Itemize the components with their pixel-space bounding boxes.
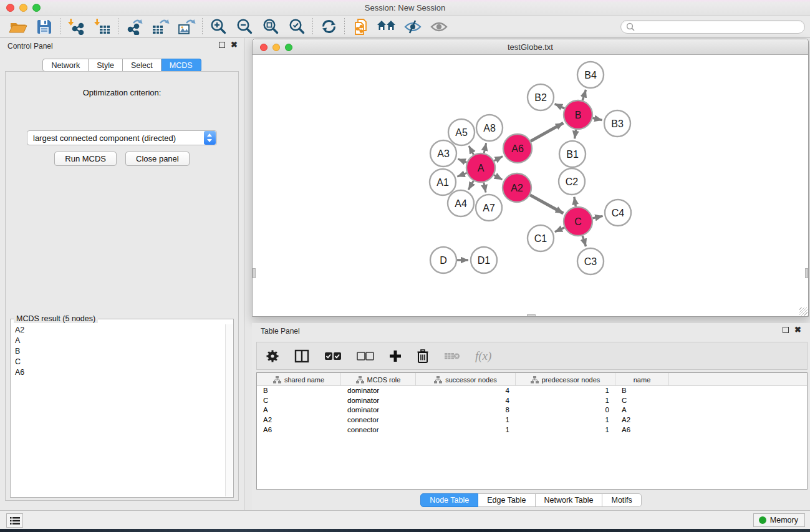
tab-motifs[interactable]: Motifs (602, 493, 641, 507)
show-columns-button[interactable] (294, 349, 309, 363)
tab-node-table[interactable]: Node Table (420, 493, 478, 507)
splitter-handle[interactable] (527, 314, 536, 316)
graph-edge-B-B4[interactable] (582, 90, 586, 100)
table-cell[interactable]: 1 (416, 415, 516, 425)
graph-edge-B-B2[interactable] (555, 104, 565, 109)
task-history-button[interactable] (6, 513, 23, 528)
table-cell[interactable]: dominator (341, 386, 416, 396)
graph-edge-C-C4[interactable] (592, 216, 602, 218)
float-panel-icon[interactable] (219, 42, 225, 48)
table-cell[interactable]: 0 (516, 405, 615, 415)
table-row[interactable]: Cdominator41C (257, 396, 807, 406)
table-cell[interactable]: A6 (257, 425, 341, 435)
hide-panel-button[interactable] (400, 17, 426, 37)
first-neighbors-button[interactable] (374, 17, 400, 37)
graph-edge-A-A4[interactable] (468, 181, 473, 190)
column-header[interactable]: predecessor nodes (516, 373, 615, 386)
tab-mcds[interactable]: MCDS (162, 59, 201, 72)
column-header[interactable]: MCDS role (341, 373, 416, 386)
open-session-button[interactable] (5, 17, 31, 37)
resize-grip[interactable] (799, 307, 808, 316)
network-graph[interactable]: B4B2BB3A8A5A6A3B1AA1C2A2A4A7C4CC1C3DD1 (253, 55, 808, 316)
tab-network-table[interactable]: Network Table (536, 493, 603, 507)
network-window-titlebar[interactable]: testGlobe.txt (253, 39, 808, 55)
tab-style[interactable]: Style (89, 59, 123, 72)
node-table[interactable]: shared nameMCDS rolesuccessor nodesprede… (256, 372, 808, 490)
graph-edge-A-A7[interactable] (484, 183, 486, 193)
network-view[interactable]: B4B2BB3A8A5A6A3B1AA1C2A2A4A7C4CC1C3DD1 (253, 55, 808, 316)
graph-edge-A-A6[interactable] (494, 157, 503, 161)
table-row[interactable]: A6connector11A6 (257, 425, 807, 435)
deselect-all-button[interactable] (357, 351, 374, 361)
graph-edge-B-B1[interactable] (575, 130, 576, 138)
column-header[interactable]: name (615, 373, 669, 386)
table-cell[interactable]: 1 (516, 425, 615, 435)
table-cell[interactable]: A2 (615, 415, 669, 425)
graph-edge-A-A8[interactable] (484, 143, 486, 153)
table-cell[interactable]: 1 (516, 396, 615, 406)
table-cell[interactable]: 1 (516, 415, 615, 425)
float-panel-icon[interactable] (783, 327, 789, 333)
select-all-button[interactable] (324, 351, 342, 361)
graph-edge-A-A3[interactable] (458, 159, 466, 162)
table-cell[interactable]: connector (341, 415, 416, 425)
table-cell[interactable]: 8 (416, 405, 516, 415)
table-cell[interactable]: A6 (615, 425, 669, 435)
graph-edge-A-A5[interactable] (469, 146, 474, 155)
table-cell[interactable]: A (615, 405, 669, 415)
column-header[interactable]: successor nodes (416, 373, 516, 386)
graph-edge-B-B3[interactable] (592, 118, 602, 120)
table-cell[interactable]: dominator (341, 405, 416, 415)
optimization-criterion-dropdown[interactable]: largest connected component (directed) (27, 130, 217, 145)
table-cell[interactable]: A2 (257, 415, 341, 425)
delete-column-button[interactable] (417, 349, 429, 363)
table-cell[interactable]: C (257, 396, 341, 406)
search-input[interactable] (635, 22, 799, 31)
table-cell[interactable]: 1 (416, 425, 516, 435)
import-table-button[interactable] (89, 17, 115, 37)
table-row[interactable]: Adominator80A (257, 405, 807, 415)
export-image-button[interactable] (173, 17, 200, 37)
table-cell[interactable]: 4 (416, 396, 516, 406)
graph-edge-A-A2[interactable] (494, 175, 502, 180)
graph-edge-C-C2[interactable] (574, 197, 576, 207)
graph-edge-A6-B[interactable] (531, 123, 563, 141)
run-mcds-button[interactable]: Run MCDS (54, 152, 117, 166)
tab-network[interactable]: Network (42, 59, 89, 72)
graph-edge-A2-C[interactable] (530, 195, 563, 213)
close-panel-button[interactable]: Close panel (125, 152, 190, 166)
export-table-button[interactable] (147, 17, 173, 37)
mcds-result-item[interactable]: A6 (11, 367, 224, 377)
mcds-result-item[interactable]: A (11, 335, 224, 346)
table-cell[interactable]: connector (341, 425, 416, 435)
import-network-button[interactable] (63, 17, 89, 37)
add-column-button[interactable] (389, 350, 402, 362)
table-cell[interactable]: 4 (416, 386, 516, 396)
splitter-handle[interactable] (253, 268, 256, 278)
graph-edge-A-A1[interactable] (457, 173, 466, 177)
show-panel-button[interactable] (426, 17, 452, 37)
search-field[interactable] (620, 20, 805, 34)
zoom-in-button[interactable] (205, 17, 231, 37)
mcds-result-item[interactable]: C (11, 356, 224, 367)
mcds-result-item[interactable]: B (11, 346, 224, 356)
table-cell[interactable]: B (615, 386, 669, 396)
refresh-layout-button[interactable] (316, 17, 342, 37)
zoom-selected-button[interactable] (284, 17, 310, 37)
result-scrollbar[interactable] (225, 324, 233, 496)
table-cell[interactable]: 1 (516, 386, 615, 396)
tab-select[interactable]: Select (123, 59, 162, 72)
zoom-out-button[interactable] (231, 17, 258, 37)
zoom-fit-button[interactable] (258, 17, 284, 37)
save-session-button[interactable] (31, 17, 57, 37)
table-options-button[interactable] (266, 349, 279, 363)
graph-edge-C-C3[interactable] (582, 236, 586, 246)
tab-edge-table[interactable]: Edge Table (478, 493, 535, 507)
table-cell[interactable]: C (615, 396, 669, 406)
table-row[interactable]: A2connector11A2 (257, 415, 807, 425)
table-cell[interactable]: B (257, 386, 341, 396)
graph-edge-C-C1[interactable] (555, 228, 564, 232)
mcds-result-item[interactable]: A2 (11, 324, 224, 335)
column-header[interactable]: shared name (257, 373, 341, 386)
splitter-handle[interactable] (805, 268, 808, 278)
